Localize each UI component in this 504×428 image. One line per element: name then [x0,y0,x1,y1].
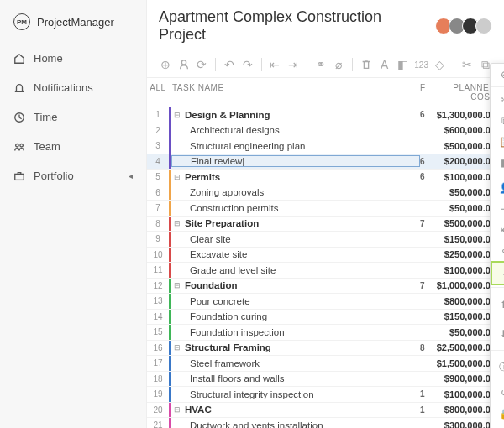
task-cell[interactable]: Structural engineering plan [171,141,420,151]
ctx-link[interactable]: ⚭Link Tasks [491,240,504,261]
expand-icon[interactable]: ⊟ [173,219,181,227]
task-cell[interactable]: Construction permits [171,203,420,213]
nav-home[interactable]: Home [0,44,146,73]
font-icon[interactable]: A [378,57,391,72]
task-cell[interactable]: Foundation inspection [171,327,420,337]
unlink-icon[interactable]: ⌀ [333,57,346,72]
col-task[interactable]: TASK NAME [169,83,420,102]
row-number: 3 [147,141,169,150]
f-value: 6 [420,172,428,181]
ctx-paste[interactable]: 📋Paste [491,131,504,152]
task-row[interactable]: 9Clear site$150,000.00 [147,232,504,248]
indent-icon[interactable]: ⇥ [286,57,300,72]
task-cell[interactable]: ⊟Design & Planning [171,110,420,120]
task-name: Structural integrity inspection [173,389,314,399]
task-row[interactable]: 17Steel framework$1,500,000.00 [147,356,504,372]
ctx-insert-below[interactable]: ⬇Insert row below [491,319,504,348]
row-number: 12 [147,281,169,290]
task-row[interactable]: 13Pour concrete$800,000.00 [147,294,504,310]
avatar[interactable] [475,18,492,34]
avatar-group[interactable] [438,18,492,34]
milestone-icon[interactable]: ◇ [433,57,447,72]
col-all[interactable]: ALL [147,83,169,102]
task-row[interactable]: 11Grade and level site$100,000.00 [147,263,504,279]
task-cell[interactable]: Zoning approvals [171,187,420,197]
row-number: 2 [147,126,169,135]
task-cell[interactable]: Final review| [171,155,420,167]
col-f[interactable]: F [420,83,428,102]
ctx-indent[interactable]: ⇥Indent [491,198,504,219]
expand-icon[interactable]: ⊟ [173,281,181,290]
task-cell[interactable]: Excavate site [171,249,420,259]
task-row[interactable]: 21Ductwork and vents installation$300,00… [147,418,504,428]
task-cell[interactable]: ⊟Permits [171,172,420,182]
expand-icon[interactable]: ⊟ [173,343,181,352]
task-cell[interactable]: ⊟Site Preparation [171,218,420,228]
task-row[interactable]: 7Construction permits$50,000.00 [147,201,504,217]
task-cell[interactable]: Structural integrity inspection [171,389,420,399]
color-icon[interactable]: ◧ [396,57,410,72]
copy-icon: ⧉ [499,115,504,127]
task-cell[interactable]: ⊟Structural Framing [171,342,420,352]
task-row[interactable]: 4Final review|6$200,000.00 [147,154,504,170]
ctx-share[interactable]: ↗Share Task [491,424,504,428]
link-icon[interactable]: ⚭ [314,57,328,72]
nav-label: Portfolio [34,170,74,182]
task-cell[interactable]: Steel framework [171,358,420,368]
ctx-color[interactable]: ◧Color [491,152,504,173]
ctx-cut[interactable]: ✂Cut [491,89,504,110]
task-row[interactable]: 18Install floors and walls$900,000.00 [147,372,504,388]
task-cell[interactable]: Install floors and walls [171,373,420,384]
indent-icon: ⇥ [499,203,504,215]
refresh-icon[interactable]: ⟳ [195,57,208,72]
task-row[interactable]: 10Excavate site$250,000.00 [147,248,504,264]
task-name: Final review| [174,156,244,166]
expand-icon[interactable]: ⊟ [173,111,181,119]
nav-time[interactable]: Time [0,102,146,132]
task-row[interactable]: 5⊟Permits6$100,000.00 [147,170,504,185]
ctx-insert-above[interactable]: ⬆Insert row above [491,290,504,319]
ctx-info[interactable]: ⓘShow Task Info [491,352,504,382]
task-row[interactable]: 1⊟Design & Planning6$1,300,000.00 [147,107,504,123]
task-row[interactable]: 8⊟Site Preparation7$500,000.00 [147,217,504,232]
task-row[interactable]: 6Zoning approvals$50,000.00 [147,185,504,201]
nav-team[interactable]: Team [0,132,146,161]
task-row[interactable]: 20⊟HVAC1$800,000.00 [147,403,504,419]
logo[interactable]: PM ProjectManager [0,7,146,44]
undo-icon[interactable]: ↶ [223,57,236,72]
task-row[interactable]: 14Foundation curing$150,000.00 [147,310,504,326]
ctx-add-task[interactable]: ⊕Add Task [491,64,504,85]
expand-icon[interactable]: ⊟ [173,405,181,414]
task-cell[interactable]: ⊟Foundation [171,280,420,290]
caret-left-icon: ◂ [129,171,133,180]
ctx-copy[interactable]: ⧉Copy [491,110,504,131]
cut-icon[interactable]: ✂ [461,57,475,72]
task-row[interactable]: 15Foundation inspection$50,000.00 [147,325,504,341]
nav-notifications[interactable]: Notifications [0,73,146,102]
task-row[interactable]: 16⊟Structural Framing8$2,500,000.00 [147,341,504,357]
ctx-assign[interactable]: 👤Assign [491,177,504,198]
ctx-history[interactable]: ↺View History [491,382,504,403]
task-row[interactable]: 2Architectural designs$600,000.00 [147,123,504,139]
task-cell[interactable]: Ductwork and vents installation [171,420,420,428]
task-cell[interactable]: Architectural designs [171,125,420,135]
ctx-milestone[interactable]: ◇Milestone [491,261,504,285]
add-icon[interactable]: ⊕ [159,57,172,72]
nav-portfolio[interactable]: Portfolio ◂ [0,161,146,191]
task-row[interactable]: 19Structural integrity inspection1$100,0… [147,387,504,403]
expand-icon[interactable]: ⊟ [173,173,181,181]
task-cell[interactable]: Grade and level site [171,265,420,275]
outdent-icon[interactable]: ⇤ [268,57,281,72]
redo-icon[interactable]: ↷ [241,57,255,72]
ctx-outdent[interactable]: ⇤Outdent [491,219,504,240]
ctx-lock[interactable]: 🔒Lock Task [491,403,504,424]
trash-icon[interactable] [360,57,373,72]
task-cell[interactable]: ⊟HVAC [171,405,420,415]
task-cell[interactable]: Clear site [171,234,420,244]
task-cell[interactable]: Pour concrete [171,296,420,306]
task-row[interactable]: 12⊟Foundation7$1,000,000.00 [147,279,504,295]
task-row[interactable]: 3Structural engineering plan$500,000.00 [147,138,504,154]
percent-icon[interactable]: 123 [414,57,428,72]
task-cell[interactable]: Foundation curing [171,311,420,321]
user-icon[interactable] [177,57,191,72]
